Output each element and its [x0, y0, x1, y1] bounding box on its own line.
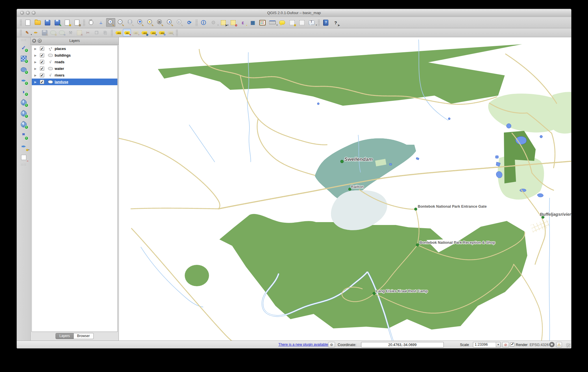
layer-visibility-checkbox[interactable]: ✓ [40, 53, 44, 57]
layer-point-icon [49, 48, 50, 49]
new-project-icon[interactable] [23, 18, 32, 27]
zoom-last-icon[interactable]: ◂ [165, 18, 174, 27]
save-project-as-icon[interactable]: ✎ [53, 18, 62, 27]
attribute-table-icon[interactable]: ▦ [248, 18, 257, 27]
pan-map-icon[interactable] [86, 18, 96, 27]
expand-arrow-icon[interactable]: ▶ [34, 61, 37, 64]
layer-tree[interactable]: ▶✓places▶✓buildings▶✓√roads▶✓water▶✓√riv… [32, 45, 118, 332]
node-tool-icon[interactable]: ⚒ [66, 29, 75, 36]
help-icon[interactable]: ? [321, 18, 330, 27]
scale-combo[interactable]: 1:23396 ▼ [473, 342, 501, 347]
show-hide-labels-icon[interactable]: abc◉ [140, 29, 148, 36]
expand-arrow-icon[interactable]: ▶ [34, 47, 37, 50]
add-mssql-layer-icon[interactable]: ◗+ [19, 86, 29, 97]
toolbar-handle[interactable] [21, 163, 27, 166]
move-feature-icon[interactable]: ➜ [58, 29, 66, 36]
stop-render-icon[interactable]: ⊘ [502, 342, 509, 347]
digitizing-label-toolbar: ✎▾✏✎✱➜⚒✕✂❐⎘abcab●ab●abc◉abc➜abc↻abc✎ [17, 28, 571, 37]
whats-this-icon[interactable]: ?➤ [331, 18, 340, 27]
run-feature-action-icon[interactable]: ⚙▾ [209, 18, 218, 27]
select-features-icon[interactable]: ➤▾ [219, 18, 228, 27]
manage-layers-toolbar: ✓+++✒+◗+++V+❞+✒✱▾− [17, 37, 31, 341]
remove-layer-icon[interactable]: − [19, 152, 29, 163]
add-feature-icon[interactable]: ✱ [49, 29, 57, 36]
plugin-update-link[interactable]: There is a new plugin available [278, 343, 328, 347]
layer-row-buildings[interactable]: ▶✓buildings [32, 52, 117, 59]
zoom-to-layer-icon[interactable]: ▦ [155, 18, 164, 27]
add-raster-layer-icon[interactable]: + [19, 53, 29, 64]
map-tips-icon[interactable] [278, 18, 287, 27]
layer-row-landuse[interactable]: ▶✓landuse [32, 79, 117, 85]
layer-visibility-checkbox[interactable]: ✓ [40, 73, 44, 77]
text-annotation-icon[interactable]: T▾ [307, 18, 316, 27]
tab-browser[interactable]: Browser [74, 333, 94, 339]
show-bookmarks-icon[interactable] [297, 18, 306, 27]
toggle-editing-icon[interactable]: ✏ [32, 29, 40, 36]
message-log-warning-icon[interactable]: ⚠ [556, 342, 562, 347]
layer-row-places[interactable]: ▶✓places [32, 45, 117, 52]
identify-icon[interactable]: ⓘ [199, 18, 208, 27]
measure-icon[interactable]: ▾ [268, 18, 277, 27]
label-entrance-gate: Bontebok National Park Entrance Gate [418, 204, 487, 209]
add-delimited-text-layer-icon[interactable]: ❞+ [19, 130, 29, 141]
resize-grip[interactable] [566, 343, 570, 347]
title-bar[interactable]: QGIS 2.0.1-Dufour – basic_map [17, 9, 571, 17]
chevron-down-icon[interactable]: ▼ [496, 342, 500, 347]
deselect-features-icon[interactable]: ⊘ [228, 18, 238, 27]
new-shapefile-layer-icon[interactable]: ✒✱▾ [19, 141, 29, 152]
paste-features-icon[interactable]: ⎘ [101, 29, 109, 36]
current-edits-icon[interactable]: ✎▾ [23, 29, 31, 36]
crs-status-icon[interactable] [549, 342, 554, 347]
refresh-icon[interactable]: ⟳ [185, 18, 194, 27]
layer-visibility-checkbox[interactable]: ✓ [40, 66, 44, 71]
zoom-full-icon[interactable]: ✚ [136, 18, 145, 27]
open-project-icon[interactable] [33, 18, 42, 27]
add-wms-layer-icon[interactable]: + [19, 97, 29, 108]
layer-row-roads[interactable]: ▶✓√roads [32, 59, 117, 65]
zoom-out-icon[interactable]: − [116, 18, 125, 27]
field-calculator-icon[interactable] [258, 18, 267, 27]
expand-arrow-icon[interactable]: ▶ [34, 81, 37, 83]
expand-arrow-icon[interactable]: ▶ [34, 54, 37, 57]
labeling-icon[interactable]: abc [114, 29, 122, 36]
move-label-icon[interactable]: abc➜ [149, 29, 157, 36]
add-postgis-layer-icon[interactable]: + [19, 64, 29, 75]
toolbar-handle[interactable] [21, 39, 27, 42]
new-bookmark-icon[interactable]: ✱ [287, 18, 297, 27]
add-vector-layer-icon[interactable]: ✓+ [19, 42, 29, 53]
layer-visibility-checkbox[interactable]: ✓ [40, 46, 44, 51]
zoom-in-icon[interactable]: + [106, 18, 115, 27]
save-project-icon[interactable] [43, 18, 52, 27]
zoom-next-icon[interactable]: ▸ [175, 18, 184, 27]
cut-features-icon[interactable]: ✂ [84, 29, 92, 36]
coordinate-input[interactable] [361, 342, 444, 347]
add-wcs-layer-icon[interactable]: + [19, 108, 29, 119]
expand-arrow-icon[interactable]: ▶ [34, 67, 37, 70]
delete-selected-icon[interactable]: ✕ [75, 29, 83, 36]
pin-labels-icon[interactable]: ab● [123, 29, 131, 36]
layer-visibility-checkbox[interactable]: ✓ [40, 60, 44, 64]
render-checkbox[interactable] [510, 343, 514, 347]
zoom-actual-icon[interactable]: 1:1 [126, 18, 135, 27]
layer-polygon-icon [48, 54, 53, 57]
change-label-properties-icon[interactable]: abc✎ [166, 29, 174, 36]
layer-visibility-checkbox[interactable]: ✓ [40, 80, 44, 84]
map-canvas[interactable]: Swellendam Railton Bontebok National Par… [119, 37, 571, 341]
rotate-label-icon[interactable]: abc↻ [158, 29, 166, 36]
add-spatialite-layer-icon[interactable]: ✒+ [19, 75, 29, 86]
copy-features-icon[interactable]: ❐ [93, 29, 101, 36]
layer-row-water[interactable]: ▶✓water [32, 65, 117, 72]
pan-to-selection-icon[interactable]: ↔↕ [96, 18, 106, 27]
tab-layers[interactable]: Layers [56, 333, 73, 339]
expand-arrow-icon[interactable]: ▶ [34, 74, 37, 77]
layer-row-rivers[interactable]: ▶✓√rivers [32, 72, 117, 79]
plugin-icon[interactable]: ⚙ [328, 342, 335, 347]
save-layer-edits-icon[interactable]: ✎ [40, 29, 49, 36]
highlight-pinned-labels-icon[interactable]: ab● [132, 29, 140, 36]
select-by-expression-icon[interactable]: ε▪ [238, 18, 247, 27]
composer-manager-icon[interactable]: ⚙ [72, 18, 82, 27]
new-composer-icon[interactable]: ✱ [62, 18, 72, 27]
layers-panel-header[interactable]: ✕ ❐ Layers [31, 37, 119, 45]
add-wfs-layer-icon[interactable]: V+ [19, 119, 29, 130]
zoom-to-selection-icon[interactable]: ■ [145, 18, 155, 27]
